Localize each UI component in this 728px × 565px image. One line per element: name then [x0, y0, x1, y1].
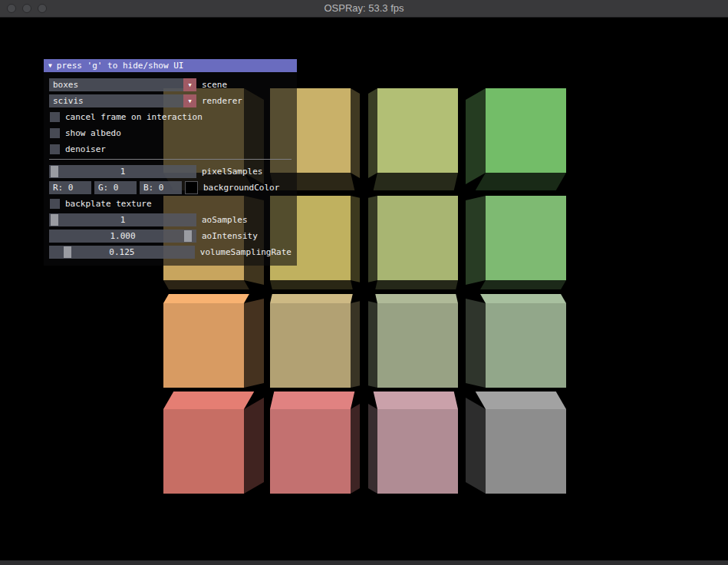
cube-bottom-face [163, 280, 249, 289]
renderer-combo-label: renderer [202, 96, 242, 106]
scene-row: boxes ▼ scene [49, 78, 292, 91]
cube-r1-c3 [486, 196, 566, 280]
cube-top-face [270, 392, 354, 409]
ao-samples-slider[interactable]: 1 [49, 213, 196, 226]
cancel-frame-checkbox[interactable] [50, 112, 60, 122]
ao-intensity-value: 1.000 [110, 231, 135, 241]
cube-top-face [374, 392, 458, 409]
background-color-swatch[interactable] [185, 181, 198, 194]
separator [49, 159, 292, 160]
background-color-b-field[interactable]: B: 0 [140, 181, 182, 194]
imgui-window-body: boxes ▼ scene scivis ▼ renderer cancel f… [44, 72, 297, 266]
cube-side-face [244, 299, 264, 388]
cube-r3-c3 [486, 409, 566, 494]
cube-bottom-face [374, 173, 458, 190]
cube-side-face [368, 196, 377, 282]
cube-front-face [486, 303, 566, 388]
cube-r2-c3 [486, 303, 566, 388]
cube-bottom-face [375, 280, 458, 289]
pixel-samples-slider[interactable]: 1 [49, 165, 196, 178]
cube-side-face [368, 88, 377, 178]
cancel-frame-label: cancel frame on interaction [65, 112, 203, 122]
window-title: OSPRay: 53.3 fps [0, 0, 728, 17]
cube-front-face [163, 409, 244, 494]
cube-r2-c1 [270, 303, 351, 388]
background-color-r-field[interactable]: R: 0 [49, 181, 91, 194]
ao-intensity-label: aoIntensity [202, 231, 258, 241]
cube-top-face [375, 294, 458, 303]
cube-top-face [163, 392, 254, 409]
cube-r1-c2 [377, 196, 458, 280]
pixel-samples-row: 1 pixelSamples [49, 165, 292, 178]
cube-side-face [368, 301, 377, 388]
cube-bottom-face [270, 280, 353, 289]
window-bottom-edge [0, 560, 728, 565]
cube-front-face [377, 88, 458, 173]
pixel-samples-label: pixelSamples [202, 167, 262, 177]
cube-side-face [351, 301, 360, 388]
cube-bottom-face [476, 173, 566, 190]
cube-front-face [270, 303, 351, 388]
cube-side-face [466, 398, 486, 494]
scene-combo-value: boxes [49, 78, 183, 91]
cube-r2-c0 [163, 303, 244, 388]
volume-sampling-rate-slider-grab[interactable] [64, 246, 71, 258]
ao-intensity-slider[interactable]: 1.000 [49, 230, 196, 243]
denoiser-row: denoiser [49, 143, 292, 156]
cube-r0-c3 [486, 88, 566, 173]
imgui-window-header[interactable]: ▼ press 'g' to hide/show UI [44, 59, 297, 72]
cube-side-face [466, 88, 486, 184]
cube-r3-c2 [377, 409, 458, 494]
scene-combo[interactable]: boxes ▼ [49, 78, 196, 91]
backplate-checkbox[interactable] [50, 199, 60, 209]
ao-intensity-row: 1.000 aoIntensity [49, 230, 292, 243]
backplate-row: backplate texture [49, 197, 292, 210]
collapse-arrow-icon[interactable]: ▼ [48, 59, 52, 72]
renderer-combo-value: scivis [49, 94, 183, 107]
background-color-label: backgroundColor [203, 183, 279, 193]
cube-side-face [466, 196, 486, 285]
cube-bottom-face [480, 280, 566, 289]
show-albedo-label: show albedo [65, 128, 121, 138]
cube-front-face [270, 409, 351, 494]
pixel-samples-value: 1 [120, 167, 126, 177]
ao-intensity-slider-grab[interactable] [184, 230, 192, 242]
window-titlebar[interactable]: OSPRay: 53.3 fps [0, 0, 728, 18]
imgui-window-title: press 'g' to hide/show UI [57, 61, 184, 71]
cube-front-face [377, 409, 458, 494]
cube-front-face [486, 409, 566, 494]
cube-side-face [244, 398, 264, 494]
imgui-window: ▼ press 'g' to hide/show UI boxes ▼ scen… [44, 59, 297, 266]
scene-combo-label: scene [202, 80, 227, 90]
cube-front-face [377, 196, 458, 280]
cube-front-face [163, 303, 244, 388]
cube-front-face [377, 303, 458, 388]
renderer-combo-arrow-icon[interactable]: ▼ [183, 94, 196, 107]
cube-side-face [351, 88, 360, 178]
cube-front-face [486, 88, 566, 173]
volume-sampling-rate-label: volumeSamplingRate [200, 247, 292, 257]
show-albedo-checkbox[interactable] [50, 128, 60, 138]
cube-side-face [351, 404, 360, 494]
background-color-row: R: 0 G: 0 B: 0 backgroundColor [49, 181, 292, 194]
show-albedo-row: show albedo [49, 127, 292, 140]
cube-top-face [163, 294, 249, 303]
ao-samples-row: 1 aoSamples [49, 213, 292, 226]
renderer-row: scivis ▼ renderer [49, 94, 292, 107]
pixel-samples-slider-grab[interactable] [51, 166, 58, 177]
cube-r0-c2 [377, 88, 458, 173]
cube-top-face [480, 294, 566, 303]
volume-sampling-rate-value: 0.125 [109, 247, 134, 257]
renderer-combo[interactable]: scivis ▼ [49, 94, 196, 107]
cube-side-face [368, 404, 377, 494]
volume-sampling-rate-slider[interactable]: 0.125 [49, 246, 195, 259]
scene-combo-arrow-icon[interactable]: ▼ [183, 78, 196, 91]
cube-top-face [476, 392, 566, 409]
cancel-frame-row: cancel frame on interaction [49, 111, 292, 124]
ao-samples-slider-grab[interactable] [51, 214, 58, 226]
background-color-g-field[interactable]: G: 0 [94, 181, 137, 194]
cube-r3-c1 [270, 409, 351, 494]
denoiser-checkbox[interactable] [50, 144, 60, 154]
cube-top-face [270, 294, 353, 303]
cube-front-face [486, 196, 566, 280]
